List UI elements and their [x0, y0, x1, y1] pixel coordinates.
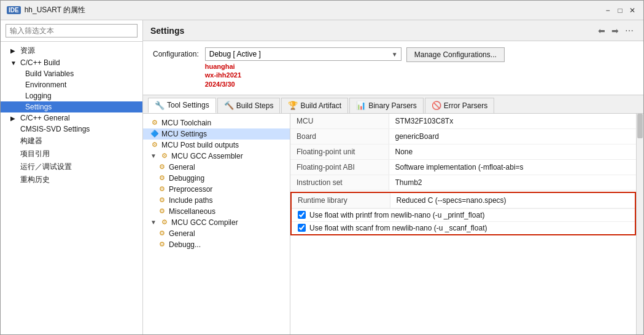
sidebar-item-resources[interactable]: ▶ 资源 [1, 44, 142, 57]
tc-item-label: Miscellaneous [169, 207, 215, 216]
tab-label: Error Parsers [444, 101, 487, 110]
tc-mcu-post-build[interactable]: ⚙ MCU Post build outputs [143, 140, 290, 151]
more-button[interactable]: ⋯ [623, 25, 636, 37]
sidebar-item-builder[interactable]: 构建器 [1, 135, 142, 148]
instruction-set-input[interactable] [395, 178, 630, 187]
field-label-runtime-library: Runtime library [292, 193, 390, 208]
table-row-board: Board [290, 128, 636, 144]
table-row-mcu: MCU [290, 114, 636, 129]
tc-item-label: MCU GCC Assembler [171, 152, 243, 160]
tab-binary-parsers[interactable]: 📊 Binary Parsers [349, 98, 424, 113]
build-steps-icon: 🔨 [224, 101, 234, 110]
field-label-board: Board [290, 128, 389, 144]
sidebar-item-cpp-build[interactable]: ▼ C/C++ Build [1, 57, 142, 68]
chip-icon: 🔷 [150, 130, 159, 138]
table-row-fp-abi: Floating-point ABI [290, 159, 636, 175]
toggle-icon: ▼ [10, 60, 18, 66]
tab-tool-settings[interactable]: 🔧 Tool Settings [148, 98, 216, 113]
manage-configurations-button[interactable]: Manage Configurations... [406, 47, 505, 62]
gear-icon: ⚙ [160, 218, 169, 227]
build-artifact-icon: 🏆 [288, 101, 298, 110]
checkbox-label-scanf: Use float with scanf from newlib-nano (-… [309, 224, 487, 232]
tc-include-paths[interactable]: ⚙ Include paths [143, 195, 290, 206]
toggle-icon: ▶ [10, 115, 18, 122]
fpu-input[interactable] [395, 148, 630, 156]
tab-label: Build Steps [236, 101, 274, 110]
scrollbar-thumb[interactable] [637, 114, 643, 138]
tool-settings-tree: ⚙ MCU Toolchain 🔷 MCU Settings ⚙ MCU Pos… [143, 114, 290, 334]
nav-buttons: ⬅ ➡ ⋯ [596, 25, 636, 37]
sidebar-item-logging[interactable]: Logging [1, 90, 142, 101]
gear-icon: ⚙ [158, 207, 166, 216]
table-row-instruction-set: Instruction set [290, 175, 636, 190]
gear-icon: ⚙ [160, 152, 169, 160]
panel-title: Settings [150, 26, 184, 36]
checkbox-row-printf: Use float with printf from newlib-nano (… [292, 208, 635, 221]
field-value-fpu [389, 144, 636, 159]
tc-item-label: Preprocessor [169, 185, 212, 194]
sidebar-item-cpp-general[interactable]: ▶ C/C++ General [1, 112, 142, 124]
tab-build-steps[interactable]: 🔨 Build Steps [217, 98, 281, 113]
ide-badge: IDE [7, 6, 21, 14]
sidebar-item-run-debug[interactable]: 运行／调试设置 [1, 160, 142, 173]
sidebar-item-settings[interactable]: Settings [1, 101, 142, 112]
tc-mcu-toolchain[interactable]: ⚙ MCU Toolchain [143, 117, 290, 128]
maximize-button[interactable]: □ [615, 6, 625, 15]
minimize-button[interactable]: − [603, 6, 613, 15]
table-row-runtime-library: Runtime library [292, 193, 635, 208]
tc-mcu-gcc-assembler[interactable]: ▼ ⚙ MCU GCC Assembler [143, 151, 290, 162]
gear-icon: ⚙ [158, 174, 166, 183]
back-button[interactable]: ⬅ [596, 25, 608, 37]
tc-mcu-settings[interactable]: 🔷 MCU Settings [143, 128, 290, 140]
tool-settings-icon: 🔧 [155, 101, 165, 110]
tc-gcc-general[interactable]: ⚙ General [143, 228, 290, 239]
tc-general[interactable]: ⚙ General [143, 162, 290, 173]
config-label: Configuration: [153, 47, 199, 58]
tc-item-label: Debugg... [169, 240, 201, 249]
sidebar-item-cmsis-svd[interactable]: CMSIS-SVD Settings [1, 124, 142, 135]
tc-item-label: Include paths [169, 196, 212, 205]
sidebar-item-label: Settings [25, 103, 52, 111]
sidebar-item-environment[interactable]: Environment [1, 79, 142, 90]
sidebar-item-label: 项目引用 [20, 149, 50, 159]
panel-header: Settings ⬅ ➡ ⋯ [143, 20, 643, 41]
title-bar: IDE hh_USART 的属性 − □ ✕ [1, 1, 643, 20]
tc-item-label: General [169, 229, 195, 238]
config-select[interactable]: Debug [ Active ] [205, 47, 402, 61]
search-input[interactable] [6, 24, 138, 37]
gear-icon: ⚙ [158, 163, 166, 171]
tc-preprocessor[interactable]: ⚙ Preprocessor [143, 184, 290, 195]
binary-parsers-icon: 📊 [356, 101, 366, 110]
runtime-library-input[interactable] [397, 196, 629, 205]
mcu-input[interactable] [395, 117, 630, 125]
tc-miscellaneous[interactable]: ⚙ Miscellaneous [143, 206, 290, 217]
tc-mcu-gcc-compiler[interactable]: ▼ ⚙ MCU GCC Compiler [143, 217, 290, 228]
sidebar-item-label: C/C++ Build [20, 58, 60, 67]
tc-item-label: Debugging [169, 174, 204, 183]
field-label-fpu: Floating-point unit [290, 144, 389, 159]
tc-item-label: MCU GCC Compiler [171, 218, 238, 227]
close-button[interactable]: ✕ [627, 6, 637, 15]
sidebar-item-refactor-history[interactable]: 重构历史 [1, 173, 142, 186]
tab-build-artifact[interactable]: 🏆 Build Artifact [281, 98, 348, 113]
use-float-scanf-checkbox[interactable] [298, 224, 306, 232]
sidebar: ▶ 资源 ▼ C/C++ Build Build Variables Envir… [1, 20, 143, 334]
tc-debugging[interactable]: ⚙ Debugging [143, 173, 290, 184]
forward-button[interactable]: ➡ [609, 25, 621, 37]
content-area: ▶ 资源 ▼ C/C++ Build Build Variables Envir… [1, 20, 643, 334]
tab-error-parsers[interactable]: 🚫 Error Parsers [425, 98, 494, 113]
table-row-fpu: Floating-point unit [290, 144, 636, 159]
sidebar-item-label: 资源 [20, 45, 35, 56]
sidebar-item-label: Logging [25, 92, 52, 100]
use-float-printf-checkbox[interactable] [298, 211, 306, 219]
fp-abi-input[interactable] [395, 163, 630, 171]
settings-col: MCU Board [290, 114, 636, 334]
sidebar-item-project-ref[interactable]: 项目引用 [1, 148, 142, 160]
field-value-instruction-set [389, 175, 636, 190]
tc-item-label: MCU Toolchain [161, 119, 211, 127]
gear-icon: ⚙ [158, 185, 166, 194]
sidebar-item-build-variables[interactable]: Build Variables [1, 68, 142, 79]
scrollbar[interactable] [636, 114, 643, 334]
board-input[interactable] [395, 132, 630, 141]
tc-debugg2[interactable]: ⚙ Debugg... [143, 239, 290, 250]
